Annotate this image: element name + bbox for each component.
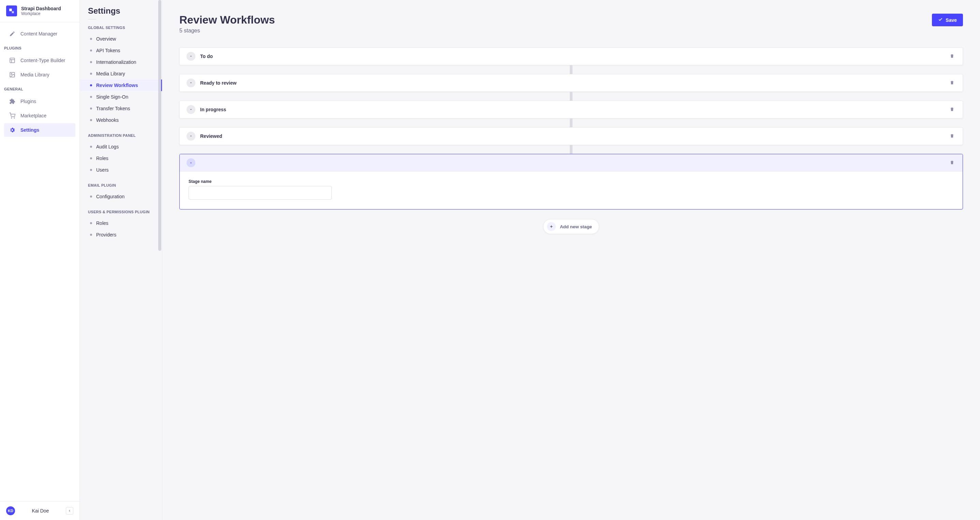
bullet-icon <box>90 146 92 148</box>
nav-label: Content Manager <box>21 31 57 37</box>
subnav-item-audit-logs[interactable]: Audit Logs <box>80 141 162 153</box>
stage-card: In progress <box>179 100 963 118</box>
subnav-item-review-workflows[interactable]: Review Workflows <box>80 80 162 91</box>
stage-delete-button[interactable] <box>948 79 956 87</box>
svg-rect-1 <box>12 11 14 13</box>
subnav-item-label: Review Workflows <box>96 83 138 88</box>
subnav-item-configuration[interactable]: Configuration <box>80 191 162 203</box>
subnav-item-label: Single Sign-On <box>96 94 128 100</box>
section-plugins-label: PLUGINS <box>0 41 80 53</box>
stage-expand-toggle[interactable] <box>186 132 196 140</box>
nav-marketplace[interactable]: Marketplace <box>4 109 75 123</box>
subnav-item-label: Users <box>96 167 109 173</box>
check-icon <box>938 17 943 23</box>
subnav-item-single-sign-on[interactable]: Single Sign-On <box>80 91 162 103</box>
subnav-item-media-library[interactable]: Media Library <box>80 68 162 80</box>
svg-rect-2 <box>10 58 15 63</box>
subnav-item-label: Media Library <box>96 71 125 77</box>
nav-content-manager[interactable]: Content Manager <box>4 27 75 41</box>
brand-logo <box>6 5 17 16</box>
page-title: Review Workflows <box>179 14 275 26</box>
subnav-group-label: USERS & PERMISSIONS PLUGIN <box>80 210 162 217</box>
stage-expand-toggle[interactable] <box>186 105 196 114</box>
stage-name-field-label: Stage name <box>189 179 954 184</box>
puzzle-icon <box>9 98 16 105</box>
save-button[interactable]: Save <box>932 14 963 26</box>
subnav-item-label: Configuration <box>96 194 124 199</box>
bullet-icon <box>90 222 92 224</box>
bullet-icon <box>90 157 92 160</box>
stage-card: Ready to review <box>179 74 963 92</box>
avatar[interactable]: KD <box>6 506 15 515</box>
stage-delete-button[interactable] <box>948 132 956 140</box>
user-name: Kai Doe <box>20 508 61 514</box>
bullet-icon <box>90 84 92 86</box>
nav-plugins[interactable]: Plugins <box>4 94 75 108</box>
plus-icon <box>547 222 556 231</box>
stage-expand-toggle[interactable] <box>186 52 196 61</box>
settings-subnav: Settings GLOBAL SETTINGSOverviewAPI Toke… <box>80 0 162 520</box>
nav-label: Settings <box>21 127 39 133</box>
subnav-item-users[interactable]: Users <box>80 164 162 176</box>
subnav-item-label: Internationalization <box>96 59 137 65</box>
stage-card: To do <box>179 48 963 65</box>
stage-collapse-toggle[interactable] <box>186 158 196 167</box>
bullet-icon <box>90 234 92 236</box>
add-stage-label: Add new stage <box>560 224 592 229</box>
nav-settings[interactable]: Settings <box>4 123 75 137</box>
section-general-label: GENERAL <box>0 82 80 94</box>
subnav-item-internationalization[interactable]: Internationalization <box>80 56 162 68</box>
bullet-icon <box>90 196 92 198</box>
nav-media-library[interactable]: Media Library <box>4 68 75 81</box>
brand: Strapi Dashboard Workplace <box>0 0 80 22</box>
save-button-label: Save <box>945 18 957 23</box>
svg-point-6 <box>11 73 12 74</box>
stage-name-label: Reviewed <box>200 133 943 139</box>
subnav-item-label: API Tokens <box>96 48 120 53</box>
main-content: Review Workflows 5 stages Save To do Rea… <box>162 0 980 520</box>
bullet-icon <box>90 169 92 171</box>
bullet-icon <box>90 38 92 40</box>
stage-connector <box>570 145 573 154</box>
bullet-icon <box>90 49 92 51</box>
pencil-square-icon <box>9 30 16 37</box>
bullet-icon <box>90 61 92 63</box>
nav-label: Plugins <box>21 99 36 104</box>
gear-icon <box>9 127 16 133</box>
bullet-icon <box>90 73 92 75</box>
subnav-item-transfer-tokens[interactable]: Transfer Tokens <box>80 103 162 114</box>
nav-content-type-builder[interactable]: Content-Type Builder <box>4 54 75 67</box>
add-stage-button[interactable]: Add new stage <box>543 219 599 234</box>
subnav-group-label: GLOBAL SETTINGS <box>80 26 162 33</box>
subnav-item-api-tokens[interactable]: API Tokens <box>80 45 162 56</box>
stage-name-label: In progress <box>200 107 943 112</box>
subnav-item-label: Webhooks <box>96 117 119 123</box>
svg-point-8 <box>14 118 15 118</box>
bullet-icon <box>90 119 92 121</box>
subnav-item-roles[interactable]: Roles <box>80 217 162 229</box>
stage-name-input[interactable] <box>189 186 332 199</box>
stage-delete-button[interactable] <box>948 52 956 61</box>
stage-delete-button[interactable] <box>948 105 956 114</box>
stage-card-new: Stage name <box>179 154 963 209</box>
subnav-item-label: Roles <box>96 220 108 226</box>
collapse-sidebar-button[interactable] <box>66 507 73 515</box>
subnav-item-providers[interactable]: Providers <box>80 229 162 241</box>
stage-connector <box>570 118 573 127</box>
subnav-item-label: Roles <box>96 156 108 161</box>
scrollbar[interactable] <box>158 0 161 520</box>
stage-expand-toggle[interactable] <box>186 78 196 87</box>
subnav-title: Settings <box>80 0 162 19</box>
subnav-group-label: EMAIL PLUGIN <box>80 183 162 191</box>
subnav-item-overview[interactable]: Overview <box>80 33 162 45</box>
subnav-item-label: Providers <box>96 232 116 238</box>
nav-label: Media Library <box>21 72 49 77</box>
svg-rect-0 <box>9 8 12 11</box>
cart-icon <box>9 112 16 119</box>
stage-delete-button[interactable] <box>948 159 956 167</box>
subnav-item-webhooks[interactable]: Webhooks <box>80 114 162 126</box>
subnav-item-roles[interactable]: Roles <box>80 153 162 164</box>
image-icon <box>9 71 16 78</box>
nav-label: Marketplace <box>21 113 46 118</box>
primary-sidebar: Strapi Dashboard Workplace Content Manag… <box>0 0 80 520</box>
